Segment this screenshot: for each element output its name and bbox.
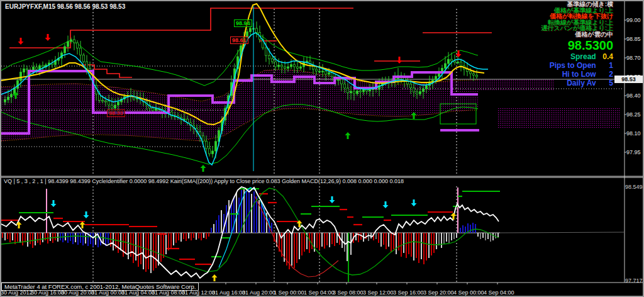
candle-body (454, 61, 456, 62)
hilo-red-line (9, 8, 353, 48)
mt4-chart-window: EURJPYFXF,M15 98.56 98.56 98.53 98.53 基準… (0, 0, 644, 297)
candle-body (363, 89, 365, 92)
daily-av-row: Daily Av 5 (541, 79, 613, 87)
sub-sell-arrow (51, 200, 57, 207)
macd-histogram-bar (413, 233, 414, 261)
sub-sell-arrow (330, 196, 335, 203)
macd-histogram-bar (216, 220, 217, 233)
macd-histogram-bar (40, 233, 41, 245)
macd-histogram-bar (206, 233, 207, 239)
macd-histogram-bar (495, 233, 496, 238)
macd-histogram-bar (451, 233, 452, 240)
buy-arrow (345, 132, 351, 139)
candle-body (470, 72, 472, 74)
candle-body (36, 67, 38, 69)
candle-body (83, 55, 85, 62)
macd-histogram-bar (186, 233, 187, 241)
macd-histogram-bar (309, 233, 310, 253)
pips-to-open-value: 1 (598, 61, 613, 70)
candle-body (67, 42, 69, 47)
macd-histogram-bar (196, 233, 197, 240)
candle-body (322, 71, 324, 72)
macd-histogram-bar (193, 233, 194, 238)
macd-histogram-bar (460, 228, 461, 233)
sub-sell-arrow (411, 199, 417, 206)
candle-body (369, 90, 371, 91)
candle-body (423, 89, 425, 92)
candle-body (460, 62, 462, 66)
time-axis-label: 4 Sep 04:00 (484, 289, 514, 296)
price-axis-label: 98.70 (626, 55, 643, 61)
candle-body (294, 65, 296, 67)
macd-histogram-bar (334, 233, 335, 246)
candle-body (111, 105, 113, 108)
macd-histogram-bar (472, 223, 474, 233)
macd-histogram-bar (331, 233, 333, 244)
candle-body (473, 74, 475, 76)
macd-histogram-bar (375, 233, 377, 239)
macd-histogram-bar (398, 233, 399, 250)
candle-body (341, 79, 343, 84)
candle-body (20, 72, 22, 81)
macd-histogram-bar (480, 233, 481, 239)
macd-histogram-bar (145, 233, 147, 272)
macd-histogram-bar (160, 233, 162, 262)
candle-body (17, 81, 19, 89)
candle-body (328, 73, 330, 75)
sub-buy-arrow (80, 221, 86, 228)
candle-body (8, 97, 9, 99)
macd-histogram-bar (60, 233, 61, 240)
candle-body (435, 76, 437, 80)
macd-histogram-bar (203, 233, 204, 238)
macd-histogram-bar (125, 233, 126, 254)
sell-arrow (18, 38, 24, 45)
macd-histogram-bar (92, 233, 94, 247)
candle-body (212, 151, 214, 154)
spread-value: 0.4 (598, 52, 613, 61)
macd-histogram-bar (291, 233, 292, 266)
macd-histogram-bar (135, 233, 136, 261)
macd-histogram-bar (365, 233, 367, 239)
candle-body (284, 67, 286, 69)
price-axis-label: 98.85 (626, 36, 643, 42)
macd-histogram-bar (253, 191, 255, 233)
macd-histogram-bar (123, 233, 124, 257)
candle-body (297, 67, 299, 69)
sub-buy-arrow (212, 274, 218, 281)
macd-histogram-bar (143, 233, 144, 269)
candle-body (344, 84, 346, 88)
sub-sell-arrow (383, 201, 389, 208)
candle-body (338, 79, 340, 81)
candle-body (209, 148, 211, 154)
macd-histogram-bar (396, 233, 397, 254)
macd-histogram-bar (492, 233, 494, 240)
macd-histogram-bar (497, 233, 499, 237)
macd-histogram-bar (170, 233, 172, 248)
macd-histogram-bar (411, 233, 412, 257)
buy-arrow (201, 165, 206, 172)
price-axis-label: 98.40 (626, 92, 643, 99)
macd-histogram-bar (208, 233, 209, 237)
time-axis-label: 3 Sep 08:00 (333, 289, 364, 296)
candle-body (291, 65, 292, 67)
candle-body (319, 71, 321, 72)
macd-histogram-bar (140, 233, 142, 264)
macd-histogram-bar (82, 233, 84, 245)
macd-histogram-bar (378, 233, 379, 243)
indicator-window-header[interactable]: VQ | 5 , 3 , 2 , 1 | 98.4399 98.4399 Cyc… (4, 178, 404, 184)
macd-histogram-bar (9, 233, 11, 242)
time-axis-label: 3 Sep 12:00 (363, 289, 394, 296)
future-cloud-band (497, 107, 619, 129)
sub-sell-arrow (84, 211, 89, 218)
macd-histogram-bar (462, 225, 464, 233)
macd-histogram-bar (433, 233, 435, 253)
hi-to-low-value: 2 (598, 70, 613, 79)
macd-histogram-bar (324, 233, 325, 249)
macd-histogram-bar (251, 194, 252, 233)
subwindow-scale-min: 97.7173 (625, 277, 644, 284)
macd-histogram-bar (470, 225, 471, 233)
candle-body (26, 69, 28, 70)
candle-body (457, 62, 459, 64)
candle-body (256, 28, 258, 33)
macd-histogram-bar (188, 233, 189, 238)
